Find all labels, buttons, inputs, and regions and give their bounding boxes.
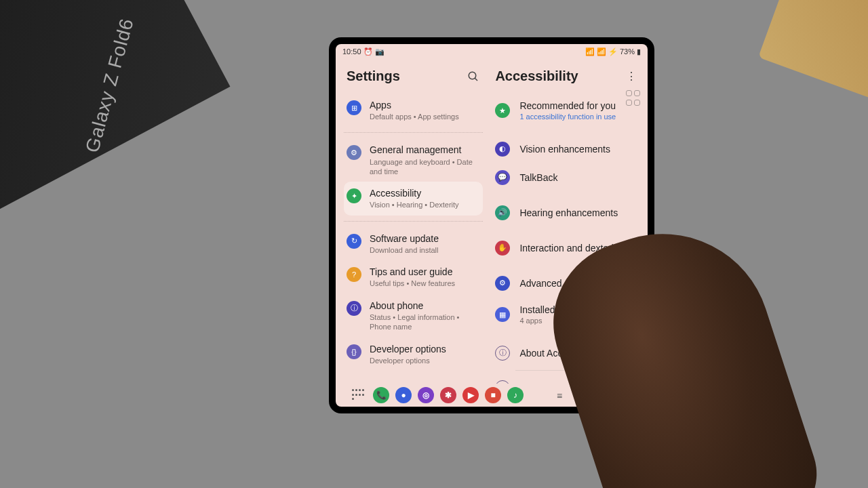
detail-item-title: Vision enhancements bbox=[519, 144, 610, 155]
detail-item[interactable]: ★ Recommended for you1 accessibility fun… bbox=[492, 94, 641, 128]
settings-item-subtitle: Status • Legal information • Phone name bbox=[370, 312, 480, 332]
group-gap bbox=[492, 192, 641, 199]
dock-app-icon[interactable]: 📞 bbox=[373, 387, 389, 403]
detail-item-icon: ★ bbox=[495, 103, 510, 118]
settings-item-icon: ↻ bbox=[347, 234, 361, 249]
detail-item[interactable]: 🔊 Hearing enhancements bbox=[492, 199, 641, 227]
settings-list: ⊞ Apps Default apps • App settings ⚙ Gen… bbox=[344, 94, 483, 371]
detail-item-icon: 💬 bbox=[495, 170, 510, 185]
detail-item-icon: ✋ bbox=[495, 241, 510, 256]
detail-item-icon: ▦ bbox=[495, 307, 510, 322]
settings-item-subtitle: Useful tips • New features bbox=[370, 279, 480, 288]
app-dock: 📞●◎✱▶■♪ bbox=[352, 387, 524, 403]
dock-app-icon[interactable]: ▶ bbox=[462, 387, 479, 403]
settings-title: Settings bbox=[347, 68, 400, 84]
divider bbox=[344, 132, 483, 133]
detail-item-title: Hearing enhancements bbox=[519, 207, 618, 219]
detail-item-subtitle: 1 accessibility function in use bbox=[519, 113, 616, 121]
settings-item-subtitle: Default apps • App settings bbox=[370, 112, 480, 121]
divider bbox=[344, 221, 483, 222]
settings-item-title: General management bbox=[370, 144, 480, 156]
settings-item[interactable]: ⊞ Apps Default apps • App settings bbox=[344, 94, 483, 127]
svg-point-0 bbox=[469, 72, 477, 79]
settings-item-subtitle: Developer options bbox=[370, 356, 480, 365]
apps-drawer-icon[interactable] bbox=[352, 389, 364, 401]
detail-item-title: Contact us bbox=[519, 382, 565, 384]
detail-item-icon: ⓘ bbox=[495, 346, 510, 361]
settings-item-title: Software update bbox=[370, 232, 480, 245]
detail-item-icon: ✉ bbox=[495, 380, 510, 384]
status-time: 10:50 bbox=[342, 47, 361, 56]
detail-item-icon: 🔊 bbox=[495, 205, 510, 220]
battery-icon: ▮ bbox=[637, 47, 641, 56]
status-right-icons: 📶 📶 ⚡ bbox=[585, 47, 618, 56]
settings-item[interactable]: ⓘ About phone Status • Legal information… bbox=[344, 294, 483, 338]
background-object bbox=[758, 0, 868, 99]
settings-item-icon: ? bbox=[347, 267, 361, 282]
detail-item-icon: ⚙ bbox=[495, 276, 510, 291]
settings-list-pane: Settings ⊞ Apps Default apps • App setti… bbox=[336, 59, 488, 384]
dock-app-icon[interactable]: ◎ bbox=[418, 387, 434, 403]
settings-item[interactable]: {} Developer options Developer options bbox=[344, 338, 483, 371]
settings-item-title: About phone bbox=[370, 300, 480, 312]
dock-app-icon[interactable]: ♪ bbox=[507, 387, 524, 403]
settings-item-title: Developer options bbox=[370, 343, 480, 355]
settings-item[interactable]: ✦ Accessibility Vision • Hearing • Dexte… bbox=[344, 182, 483, 215]
dock-app-icon[interactable]: ■ bbox=[485, 387, 501, 403]
detail-item-title: TalkBack bbox=[519, 172, 557, 184]
status-left-icons: ⏰ 📷 bbox=[363, 47, 384, 56]
settings-item-icon: ✦ bbox=[347, 188, 361, 203]
settings-item-icon: {} bbox=[347, 344, 361, 359]
settings-item-subtitle: Download and install bbox=[370, 245, 480, 255]
search-icon[interactable] bbox=[467, 70, 480, 83]
settings-item-title: Accessibility bbox=[370, 187, 480, 199]
detail-item-icon: ◐ bbox=[495, 142, 510, 157]
status-battery: 73% bbox=[620, 47, 635, 56]
dock-app-icon[interactable]: ✱ bbox=[440, 387, 456, 403]
settings-item-subtitle: Language and keyboard • Date and time bbox=[370, 157, 480, 177]
group-gap bbox=[492, 227, 641, 234]
recents-button[interactable]: ≡ bbox=[554, 390, 565, 401]
settings-item-icon: ⊞ bbox=[347, 100, 361, 115]
settings-item[interactable]: ↻ Software update Download and install bbox=[344, 227, 483, 260]
settings-item-title: Apps bbox=[370, 99, 480, 111]
detail-item[interactable]: 💬 TalkBack bbox=[492, 163, 641, 192]
settings-item-subtitle: Vision • Hearing • Dexterity bbox=[370, 200, 480, 209]
detail-title: Accessibility bbox=[495, 68, 578, 84]
status-bar: 10:50 ⏰ 📷 📶 📶 ⚡ 73% ▮ bbox=[336, 44, 648, 59]
svg-line-1 bbox=[475, 78, 478, 81]
dock-app-icon[interactable]: ● bbox=[395, 387, 412, 403]
settings-item-icon: ⓘ bbox=[347, 301, 361, 316]
settings-item-icon: ⚙ bbox=[347, 145, 361, 160]
settings-item[interactable]: ? Tips and user guide Useful tips • New … bbox=[344, 260, 483, 293]
group-gap bbox=[492, 128, 641, 135]
detail-item[interactable]: ◐ Vision enhancements bbox=[492, 135, 641, 163]
more-options-icon[interactable]: ⋮ bbox=[625, 70, 638, 83]
panel-grid-icon[interactable] bbox=[626, 90, 642, 106]
settings-item-title: Tips and user guide bbox=[370, 266, 480, 278]
detail-item-title: Recommended for you bbox=[519, 100, 616, 112]
settings-item[interactable]: ⚙ General management Language and keyboa… bbox=[344, 138, 483, 182]
